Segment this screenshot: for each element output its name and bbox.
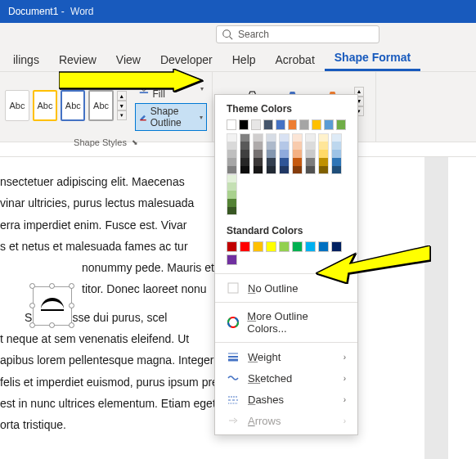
dialog-launcher-icon[interactable]: ⬊ <box>132 138 138 146</box>
color-swatch[interactable] <box>227 174 237 182</box>
color-swatch[interactable] <box>253 158 263 166</box>
color-swatch[interactable] <box>279 241 290 252</box>
selected-shape[interactable] <box>33 286 72 326</box>
color-swatch[interactable] <box>318 142 329 150</box>
color-swatch[interactable] <box>240 158 250 166</box>
color-swatch[interactable] <box>299 119 309 130</box>
color-swatch[interactable] <box>240 142 250 150</box>
tab-shape-format[interactable]: Shape Format <box>325 46 420 71</box>
color-swatch[interactable] <box>253 150 263 158</box>
color-swatch[interactable] <box>305 158 316 166</box>
color-swatch[interactable] <box>266 241 276 252</box>
resize-handle[interactable] <box>49 322 55 328</box>
color-swatch[interactable] <box>227 158 237 166</box>
color-swatch[interactable] <box>331 150 342 158</box>
color-swatch[interactable] <box>266 133 276 142</box>
color-swatch[interactable] <box>331 166 342 174</box>
color-swatch[interactable] <box>318 166 329 174</box>
color-swatch[interactable] <box>227 133 237 142</box>
color-swatch[interactable] <box>227 207 237 215</box>
search-box[interactable]: Search <box>216 25 379 43</box>
color-swatch[interactable] <box>305 241 316 252</box>
color-swatch[interactable] <box>253 142 263 150</box>
resize-handle[interactable] <box>69 322 74 328</box>
gallery-more-icon[interactable]: ▾ <box>117 110 127 120</box>
color-swatch[interactable] <box>312 119 321 130</box>
color-swatch[interactable] <box>331 158 342 166</box>
color-swatch[interactable] <box>253 166 263 174</box>
color-swatch[interactable] <box>227 241 237 252</box>
color-swatch[interactable] <box>266 142 276 150</box>
color-swatch[interactable] <box>288 119 298 130</box>
color-swatch[interactable] <box>227 166 237 174</box>
color-swatch[interactable] <box>227 199 237 207</box>
tab-view[interactable]: View <box>106 48 150 71</box>
tab-mailings[interactable]: ilings <box>3 48 49 71</box>
color-swatch[interactable] <box>305 150 316 158</box>
tab-acrobat[interactable]: Acrobat <box>266 48 325 71</box>
arrows-item[interactable]: Arrows› <box>215 410 357 431</box>
color-swatch[interactable] <box>239 119 249 130</box>
color-swatch[interactable] <box>227 150 237 158</box>
color-swatch[interactable] <box>318 158 329 166</box>
color-swatch[interactable] <box>240 241 250 252</box>
shape-style-1[interactable]: Abc <box>5 90 29 121</box>
gallery-up-icon[interactable]: ▲ <box>117 91 127 101</box>
color-swatch[interactable] <box>253 133 263 142</box>
color-swatch[interactable] <box>279 150 290 158</box>
color-swatch[interactable] <box>292 142 303 150</box>
weight-item[interactable]: Weight› <box>215 346 357 367</box>
color-swatch[interactable] <box>292 158 303 166</box>
color-swatch[interactable] <box>266 166 276 174</box>
color-swatch[interactable] <box>279 158 290 166</box>
color-swatch[interactable] <box>227 254 237 265</box>
color-swatch[interactable] <box>276 119 285 130</box>
more-colors-item[interactable]: More Outline Colors... <box>215 306 357 339</box>
color-swatch[interactable] <box>266 158 276 166</box>
color-swatch[interactable] <box>318 133 329 142</box>
color-swatch[interactable] <box>324 119 334 130</box>
tab-developer[interactable]: Developer <box>150 48 222 71</box>
gallery-down-icon[interactable]: ▼ <box>117 101 127 110</box>
color-swatch[interactable] <box>331 142 342 150</box>
color-swatch[interactable] <box>279 166 290 174</box>
color-swatch[interactable] <box>305 142 316 150</box>
tab-review[interactable]: Review <box>49 48 106 71</box>
shape-style-3[interactable]: Abc <box>61 90 85 121</box>
color-swatch[interactable] <box>292 150 303 158</box>
sketched-item[interactable]: Sketched› <box>215 367 357 389</box>
color-swatch[interactable] <box>227 182 237 191</box>
dashes-item[interactable]: Dashes› <box>215 389 357 410</box>
resize-handle[interactable] <box>69 283 74 289</box>
color-swatch[interactable] <box>266 150 276 158</box>
color-swatch[interactable] <box>292 133 303 142</box>
color-swatch[interactable] <box>240 133 250 142</box>
color-swatch[interactable] <box>251 119 261 130</box>
color-swatch[interactable] <box>253 241 263 252</box>
color-swatch[interactable] <box>292 241 303 252</box>
color-swatch[interactable] <box>318 150 329 158</box>
color-swatch[interactable] <box>240 150 250 158</box>
color-swatch[interactable] <box>227 142 237 150</box>
resize-handle[interactable] <box>69 303 74 308</box>
color-swatch[interactable] <box>279 133 290 142</box>
color-swatch[interactable] <box>331 133 342 142</box>
color-swatch[interactable] <box>263 119 273 130</box>
color-swatch[interactable] <box>305 166 316 174</box>
shape-outline-button[interactable]: Shape Outline▾ <box>135 103 207 131</box>
color-swatch[interactable] <box>279 142 290 150</box>
shape-style-4[interactable]: Abc <box>88 90 113 121</box>
color-swatch[interactable] <box>336 119 346 130</box>
color-swatch[interactable] <box>292 166 303 174</box>
sketched-icon <box>227 371 240 385</box>
color-swatch[interactable] <box>240 166 250 174</box>
color-swatch[interactable] <box>227 191 237 199</box>
resize-handle[interactable] <box>29 303 35 308</box>
resize-handle[interactable] <box>29 283 35 289</box>
shape-style-2[interactable]: Abc <box>33 90 57 121</box>
resize-handle[interactable] <box>29 322 35 328</box>
resize-handle[interactable] <box>49 283 55 289</box>
color-swatch[interactable] <box>305 133 316 142</box>
tab-help[interactable]: Help <box>222 48 266 71</box>
color-swatch[interactable] <box>227 119 236 130</box>
